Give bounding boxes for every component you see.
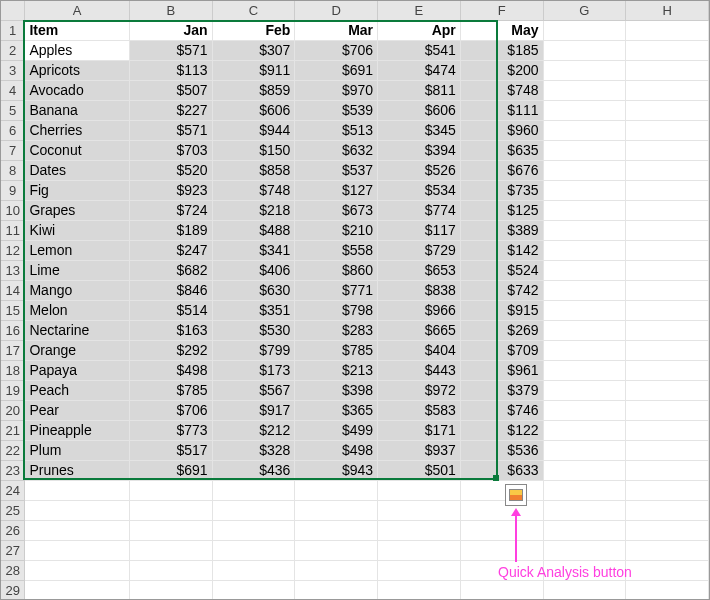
column-header-E[interactable]: E (378, 1, 461, 20)
cell-B1[interactable]: Jan (129, 20, 212, 40)
cell-B8[interactable]: $520 (129, 160, 212, 180)
cell-B7[interactable]: $703 (129, 140, 212, 160)
cell-F19[interactable]: $379 (460, 380, 543, 400)
row-header-8[interactable]: 8 (1, 160, 25, 180)
cell-D28[interactable] (295, 560, 378, 580)
cell-G9[interactable] (543, 180, 626, 200)
cell-B9[interactable]: $923 (129, 180, 212, 200)
cell-C22[interactable]: $328 (212, 440, 295, 460)
cell-H2[interactable] (626, 40, 709, 60)
spreadsheet-grid[interactable]: ABCDEFGH1ItemJanFebMarAprMay2Apples$571$… (1, 1, 709, 600)
cell-F4[interactable]: $748 (460, 80, 543, 100)
cell-B15[interactable]: $514 (129, 300, 212, 320)
cell-C27[interactable] (212, 540, 295, 560)
cell-B4[interactable]: $507 (129, 80, 212, 100)
cell-F12[interactable]: $142 (460, 240, 543, 260)
cell-G25[interactable] (543, 500, 626, 520)
cell-G12[interactable] (543, 240, 626, 260)
cell-G26[interactable] (543, 520, 626, 540)
cell-D8[interactable]: $537 (295, 160, 378, 180)
row-header-21[interactable]: 21 (1, 420, 25, 440)
row-header-10[interactable]: 10 (1, 200, 25, 220)
cell-B2[interactable]: $571 (129, 40, 212, 60)
cell-A19[interactable]: Peach (25, 380, 129, 400)
cell-E20[interactable]: $583 (378, 400, 461, 420)
cell-F3[interactable]: $200 (460, 60, 543, 80)
cell-H17[interactable] (626, 340, 709, 360)
cell-G8[interactable] (543, 160, 626, 180)
cell-B6[interactable]: $571 (129, 120, 212, 140)
cell-D5[interactable]: $539 (295, 100, 378, 120)
cell-B26[interactable] (129, 520, 212, 540)
cell-E22[interactable]: $937 (378, 440, 461, 460)
cell-B24[interactable] (129, 480, 212, 500)
cell-H25[interactable] (626, 500, 709, 520)
cell-E12[interactable]: $729 (378, 240, 461, 260)
row-header-29[interactable]: 29 (1, 580, 25, 600)
cell-B27[interactable] (129, 540, 212, 560)
cell-C11[interactable]: $488 (212, 220, 295, 240)
cell-H4[interactable] (626, 80, 709, 100)
row-header-18[interactable]: 18 (1, 360, 25, 380)
cell-D25[interactable] (295, 500, 378, 520)
cell-F26[interactable] (460, 520, 543, 540)
cell-A22[interactable]: Plum (25, 440, 129, 460)
cell-B3[interactable]: $113 (129, 60, 212, 80)
column-header-G[interactable]: G (543, 1, 626, 20)
row-header-7[interactable]: 7 (1, 140, 25, 160)
cell-A1[interactable]: Item (25, 20, 129, 40)
cell-D26[interactable] (295, 520, 378, 540)
cell-C9[interactable]: $748 (212, 180, 295, 200)
row-header-14[interactable]: 14 (1, 280, 25, 300)
cell-A23[interactable]: Prunes (25, 460, 129, 480)
cell-H13[interactable] (626, 260, 709, 280)
cell-C20[interactable]: $917 (212, 400, 295, 420)
cell-H16[interactable] (626, 320, 709, 340)
cell-H19[interactable] (626, 380, 709, 400)
cell-C21[interactable]: $212 (212, 420, 295, 440)
cell-E24[interactable] (378, 480, 461, 500)
cell-H29[interactable] (626, 580, 709, 600)
cell-C29[interactable] (212, 580, 295, 600)
cell-D19[interactable]: $398 (295, 380, 378, 400)
cell-A16[interactable]: Nectarine (25, 320, 129, 340)
cell-C14[interactable]: $630 (212, 280, 295, 300)
cell-H23[interactable] (626, 460, 709, 480)
cell-A13[interactable]: Lime (25, 260, 129, 280)
cell-D18[interactable]: $213 (295, 360, 378, 380)
cell-D7[interactable]: $632 (295, 140, 378, 160)
cell-G29[interactable] (543, 580, 626, 600)
cell-C7[interactable]: $150 (212, 140, 295, 160)
cell-D13[interactable]: $860 (295, 260, 378, 280)
row-header-20[interactable]: 20 (1, 400, 25, 420)
row-header-11[interactable]: 11 (1, 220, 25, 240)
cell-G2[interactable] (543, 40, 626, 60)
cell-E9[interactable]: $534 (378, 180, 461, 200)
cell-F29[interactable] (460, 580, 543, 600)
cell-A9[interactable]: Fig (25, 180, 129, 200)
cell-A21[interactable]: Pineapple (25, 420, 129, 440)
cell-F22[interactable]: $536 (460, 440, 543, 460)
cell-E15[interactable]: $966 (378, 300, 461, 320)
column-header-D[interactable]: D (295, 1, 378, 20)
cell-B16[interactable]: $163 (129, 320, 212, 340)
cell-B25[interactable] (129, 500, 212, 520)
cell-A15[interactable]: Melon (25, 300, 129, 320)
row-header-1[interactable]: 1 (1, 20, 25, 40)
row-header-22[interactable]: 22 (1, 440, 25, 460)
cell-C3[interactable]: $911 (212, 60, 295, 80)
cell-G14[interactable] (543, 280, 626, 300)
cell-A11[interactable]: Kiwi (25, 220, 129, 240)
cell-G20[interactable] (543, 400, 626, 420)
cell-F14[interactable]: $742 (460, 280, 543, 300)
cell-A12[interactable]: Lemon (25, 240, 129, 260)
cell-F7[interactable]: $635 (460, 140, 543, 160)
cell-D11[interactable]: $210 (295, 220, 378, 240)
row-header-3[interactable]: 3 (1, 60, 25, 80)
row-header-28[interactable]: 28 (1, 560, 25, 580)
cell-B22[interactable]: $517 (129, 440, 212, 460)
row-header-19[interactable]: 19 (1, 380, 25, 400)
cell-H9[interactable] (626, 180, 709, 200)
cell-B23[interactable]: $691 (129, 460, 212, 480)
cell-E10[interactable]: $774 (378, 200, 461, 220)
